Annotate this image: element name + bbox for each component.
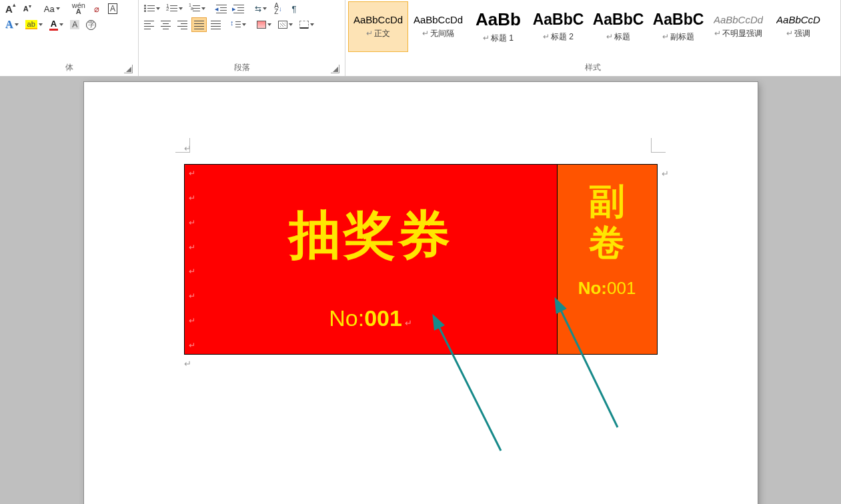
highlight-button[interactable]: ab	[23, 17, 45, 32]
style-name-label: ↵无间隔	[422, 28, 454, 39]
text-effects-button[interactable]: A	[3, 17, 21, 32]
style-name-label: ↵标题 1	[483, 33, 514, 44]
style-item-subtitle[interactable]: AaBbC↵副标题	[648, 1, 708, 52]
style-item-h2[interactable]: AaBbC↵标题 2	[528, 1, 588, 52]
shrink-font-button[interactable]: A▾	[20, 1, 35, 16]
style-name-label: ↵标题 2	[543, 31, 574, 43]
style-preview: AaBb	[476, 9, 521, 30]
bullets-button[interactable]	[141, 1, 163, 16]
style-item-emph[interactable]: AaBbCcD↵强调	[768, 1, 828, 52]
change-case-button[interactable]: Aa	[41, 1, 63, 16]
font-color-button[interactable]: A	[47, 17, 66, 32]
borders-button[interactable]	[297, 17, 317, 32]
row-end-mark: ↵	[662, 169, 669, 179]
page[interactable]: ↵ ↵↵↵↵↵↵↵↵ 抽奖券 No:001↵	[84, 82, 758, 504]
style-item-body[interactable]: AaBbCcDd↵正文	[348, 1, 408, 52]
multilevel-list-button[interactable]	[187, 1, 208, 16]
ribbon-group-font: A▴ A▾ Aa wénA ⌀ A A ab A A 字 体	[0, 0, 139, 76]
style-item-nosp[interactable]: AaBbCcDd↵无间隔	[408, 1, 468, 52]
ribbon-group-styles: AaBbCcDd↵正文AaBbCcDd↵无间隔AaBb↵标题 1AaBbC↵标题…	[345, 0, 841, 76]
font-dialog-launcher[interactable]	[124, 65, 133, 73]
tabs-button[interactable]: ⇆	[252, 1, 269, 16]
ticket-main-cell[interactable]: ↵↵↵↵↵↵↵↵ 抽奖券 No:001↵	[184, 165, 557, 355]
paragraph-mark: ↵	[184, 143, 684, 153]
style-name-label: ↵副标题	[662, 31, 694, 43]
ticket-wrapper: ↵↵↵↵↵↵↵↵ 抽奖券 No:001↵	[184, 164, 684, 369]
ticket-table[interactable]: ↵↵↵↵↵↵↵↵ 抽奖券 No:001↵	[184, 164, 658, 355]
numbering-button[interactable]	[164, 1, 185, 16]
ticket-stub-cell[interactable]: 副 卷 No:001 ↵	[557, 165, 657, 355]
style-preview: AaBbCcD	[776, 14, 820, 25]
style-preview: AaBbCcDd	[353, 14, 403, 25]
ticket-title: 抽奖券	[191, 201, 550, 271]
align-distribute-button[interactable]	[208, 17, 223, 32]
margin-marker-top-left	[175, 138, 190, 153]
stub-number: No:001	[564, 278, 650, 299]
character-shading-button[interactable]: A	[67, 17, 82, 32]
increase-indent-button[interactable]	[231, 1, 247, 16]
align-left-button[interactable]	[141, 17, 157, 32]
ribbon: A▴ A▾ Aa wénA ⌀ A A ab A A 字 体	[0, 0, 841, 77]
enclose-character-button[interactable]: 字	[83, 17, 99, 32]
align-right-button[interactable]	[175, 17, 190, 32]
style-item-subtle[interactable]: AaBbCcDd↵不明显强调	[708, 1, 768, 52]
style-preview: AaBbCcDd	[413, 14, 463, 25]
shading-button[interactable]	[254, 17, 274, 32]
stub-title: 副 卷	[564, 181, 650, 263]
decrease-indent-button[interactable]	[213, 1, 229, 16]
style-name-label: ↵强调	[786, 28, 810, 39]
align-center-button[interactable]	[158, 17, 173, 32]
style-name-label: ↵标题	[606, 31, 630, 43]
sort-button[interactable]: AZ↓	[271, 1, 285, 16]
paragraph-group-label: 段落	[234, 63, 250, 72]
paragraph-mark: ↵	[184, 359, 684, 369]
style-name-label: ↵不明显强调	[714, 28, 762, 39]
show-marks-button[interactable]: ¶	[287, 1, 301, 16]
line-spacing-button[interactable]	[229, 17, 249, 32]
cell-marks: ↵↵↵↵↵↵↵↵	[189, 169, 195, 350]
paragraph-dialog-launcher[interactable]	[331, 65, 339, 73]
style-preview: AaBbC	[653, 11, 704, 29]
align-justify-button[interactable]	[191, 17, 207, 32]
margin-marker-top-right	[651, 138, 666, 153]
document-canvas[interactable]: ↵ ↵↵↵↵↵↵↵↵ 抽奖券 No:001↵	[0, 77, 841, 504]
style-item-h1[interactable]: AaBb↵标题 1	[468, 1, 528, 52]
style-name-label: ↵正文	[366, 28, 390, 39]
font-group-label: 体	[65, 63, 73, 72]
phonetic-guide-button[interactable]: wénA	[69, 1, 88, 16]
style-preview: AaBbC	[533, 11, 584, 29]
ribbon-group-paragraph: ⇆ AZ↓ ¶ 段落	[139, 0, 345, 76]
enclose-characters-button[interactable]: A	[105, 1, 120, 16]
page-shading-button[interactable]	[275, 17, 295, 32]
style-item-title[interactable]: AaBbC↵标题	[588, 1, 648, 52]
clear-formatting-button[interactable]: ⌀	[89, 1, 104, 16]
styles-group-label: 样式	[585, 63, 601, 72]
style-preview: AaBbC	[593, 11, 644, 29]
style-preview: AaBbCcDd	[714, 14, 763, 25]
styles-gallery: AaBbCcDd↵正文AaBbCcDd↵无间隔AaBb↵标题 1AaBbC↵标题…	[348, 1, 838, 52]
grow-font-button[interactable]: A▴	[3, 1, 19, 16]
ticket-number: No:001↵	[191, 305, 550, 331]
